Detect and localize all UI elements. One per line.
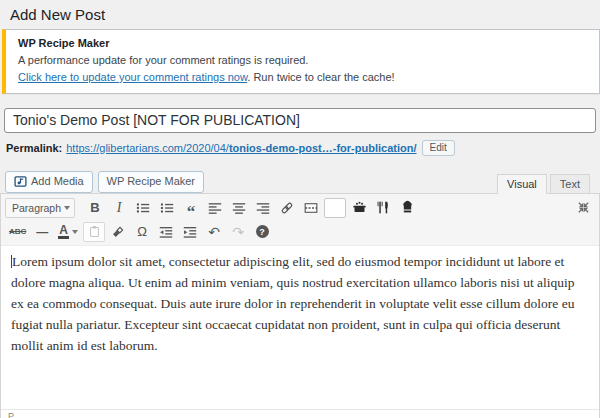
outdent-icon	[159, 225, 173, 239]
align-left-button[interactable]	[204, 198, 226, 218]
align-center-button[interactable]	[228, 198, 250, 218]
italic-icon: I	[117, 200, 122, 216]
bulleted-list-button[interactable]	[132, 198, 154, 218]
omega-icon: Ω	[137, 224, 147, 239]
help-icon: ?	[256, 225, 269, 238]
clear-formatting-button[interactable]	[107, 222, 129, 242]
element-path[interactable]: P	[8, 411, 14, 418]
chevron-down-icon	[64, 206, 70, 210]
eraser-icon	[111, 225, 125, 239]
editor-container: Paragraph B I “	[0, 193, 600, 418]
fullscreen-button[interactable]	[572, 198, 594, 218]
update-comment-ratings-link[interactable]: Click here to update your comment rating…	[18, 71, 247, 83]
blockquote-icon: “	[187, 208, 196, 216]
notice-message: A performance update for your comment ra…	[18, 53, 587, 68]
wp-recipe-maker-button[interactable]: WP Recipe Maker	[98, 171, 204, 193]
special-character-button[interactable]: Ω	[131, 222, 153, 242]
notice-suffix: . Run twice to clear the cache!	[247, 71, 394, 83]
tab-visual[interactable]: Visual	[497, 174, 547, 194]
edit-permalink-button[interactable]: Edit	[422, 140, 455, 156]
numbered-list-icon	[160, 201, 174, 215]
page-title: Add New Post	[10, 6, 590, 23]
help-button[interactable]: ?	[251, 222, 273, 242]
strikethrough-icon: ABC	[9, 227, 26, 236]
indent-button[interactable]	[179, 222, 201, 242]
cooking-pot-icon	[352, 200, 367, 215]
post-title-input[interactable]	[4, 108, 596, 133]
align-left-icon	[208, 201, 222, 215]
redo-icon: ↷	[232, 225, 244, 239]
toolbar-toggle-button[interactable]	[324, 198, 346, 218]
align-center-icon	[232, 201, 246, 215]
permalink-url[interactable]: https://glibertarians.com/2020/04/tonios…	[66, 142, 416, 154]
read-more-button[interactable]	[300, 198, 322, 218]
wp-recipe-maker-label: WP Recipe Maker	[107, 175, 195, 187]
text-color-icon: A	[58, 225, 69, 239]
paste-as-text-button[interactable]	[83, 222, 105, 242]
chevron-down-icon	[72, 230, 78, 234]
undo-button[interactable]: ↶	[203, 222, 225, 242]
recipe-chef-button[interactable]	[396, 198, 418, 218]
redo-button[interactable]: ↷	[227, 222, 249, 242]
paragraph-format-dropdown[interactable]: Paragraph	[5, 198, 75, 218]
permalink-label: Permalink:	[6, 142, 62, 154]
bold-icon: B	[90, 200, 99, 215]
recipe-insert-button[interactable]	[372, 198, 394, 218]
bold-button[interactable]: B	[84, 198, 106, 218]
fork-knife-icon	[376, 200, 391, 215]
text-color-button[interactable]: A	[55, 222, 81, 242]
italic-button[interactable]: I	[108, 198, 130, 218]
permalink-row: Permalink: https://glibertarians.com/202…	[6, 140, 594, 156]
toolbar-row-2: ABC — A Ω ↶ ↷ ?	[5, 220, 595, 244]
tab-text[interactable]: Text	[550, 174, 590, 194]
chef-hat-icon	[400, 200, 415, 215]
editor-mode-tabs: Visual Text	[497, 173, 590, 193]
notice-action-line: Click here to update your comment rating…	[18, 70, 587, 85]
post-body-text: Lorem ipsum dolor sit amet, consectetur …	[11, 254, 575, 353]
link-icon	[280, 201, 294, 215]
toolbar-row-1: Paragraph B I “	[5, 196, 595, 220]
align-right-button[interactable]	[252, 198, 274, 218]
element-path-bar: P	[1, 409, 599, 418]
media-buttons-row: Add Media WP Recipe Maker Visual Text	[0, 170, 600, 193]
undo-icon: ↶	[208, 225, 220, 239]
strikethrough-button[interactable]: ABC	[6, 222, 29, 242]
read-more-icon	[304, 201, 318, 215]
horizontal-rule-button[interactable]: —	[31, 222, 53, 242]
notice-title: WP Recipe Maker	[18, 36, 587, 51]
editor-content[interactable]: Lorem ipsum dolor sit amet, consectetur …	[1, 246, 599, 409]
editor-toolbar: Paragraph B I “	[1, 194, 599, 246]
format-label: Paragraph	[12, 202, 61, 214]
page-header: Add New Post	[0, 0, 600, 28]
permalink-slug: tonios-demo-post…-for-publication/	[229, 142, 417, 154]
permalink-base: https://glibertarians.com/2020/04/	[66, 142, 229, 154]
media-icon	[14, 175, 27, 188]
blockquote-button[interactable]: “	[180, 198, 202, 218]
insert-link-button[interactable]	[276, 198, 298, 218]
horizontal-rule-icon: —	[36, 225, 48, 239]
numbered-list-button[interactable]	[156, 198, 178, 218]
add-media-label: Add Media	[31, 175, 84, 187]
fullscreen-icon	[577, 201, 590, 214]
bulleted-list-icon	[136, 201, 150, 215]
align-right-icon	[256, 201, 270, 215]
recipe-snippet-button[interactable]	[348, 198, 370, 218]
indent-icon	[183, 225, 197, 239]
outdent-button[interactable]	[155, 222, 177, 242]
clipboard-icon	[88, 225, 101, 238]
add-media-button[interactable]: Add Media	[5, 171, 93, 193]
wprm-notice: WP Recipe Maker A performance update for…	[2, 29, 600, 94]
